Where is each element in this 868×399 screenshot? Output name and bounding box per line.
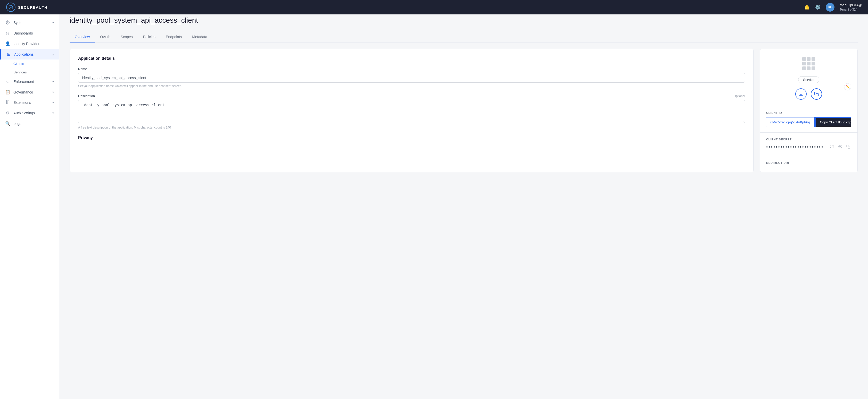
topbar-right: 🔔 ⚙️ RB rbabu+pi314@ Tenant pi314 [804,3,862,12]
sidebar-label-identity-providers: Identity Providers [13,42,41,46]
sidebar-item-identity-providers[interactable]: 👤 Identity Providers [0,38,59,49]
copy-secret-button[interactable] [845,143,851,151]
enforcement-icon: 🛡 [5,79,10,84]
sidebar-label-governance: Governance [13,90,33,94]
tabs-bar: Overview OAuth Scopes Policies Endpoints… [70,32,858,42]
sidebar-sub-item-clients[interactable]: Clients [13,60,59,68]
privacy-section-title: Privacy [78,135,745,140]
icon-dot [811,57,815,61]
sidebar-item-dashboards[interactable]: ◎ Dashboards [0,28,59,38]
icon-actions [795,88,822,100]
client-secret-value: •••••••••••••••••••••••• [766,144,827,150]
tab-endpoints[interactable]: Endpoints [161,32,187,42]
card-title: Application details [78,56,745,61]
app-details-card: Application details Name Set your applic… [70,49,753,172]
client-secret-label: CLIENT SECRET [766,138,851,141]
applications-icon: ⊞ [6,52,11,57]
name-field-group: Name Set your application name which wil… [78,67,745,88]
sidebar-item-applications[interactable]: ⊞ Applications ▴ [0,49,59,60]
settings-icon[interactable]: ⚙️ [815,4,820,10]
icon-dot [811,62,815,65]
avatar[interactable]: RB [826,3,835,11]
icon-dot [807,66,810,70]
sidebar-label-auth-settings: Auth Settings [13,111,35,115]
sidebar: ⏻ System ▾ ◎ Dashboards 👤 Identity Provi… [0,14,59,180]
description-label: Description Optional [78,94,745,98]
app-icon-grid [802,57,815,70]
client-secret-section: CLIENT SECRET •••••••••••••••••••••••• [760,133,858,156]
secret-row: •••••••••••••••••••••••• [766,143,851,151]
chevron-up-icon: ▴ [52,53,54,56]
auth-settings-icon: ⚙ [5,110,10,115]
description-hint: A free text description of the applicati… [78,126,745,129]
chevron-down-icon-extensions: ▾ [52,101,54,104]
client-id-section: CLIENT ID cb6c5fajcpq5idv0ph6g Copy Clie… [760,106,858,133]
regenerate-secret-button[interactable] [829,143,835,151]
extensions-icon: 🗄 [5,100,10,105]
chevron-down-icon: ▾ [52,21,54,25]
show-secret-button[interactable] [837,143,843,151]
sidebar-sub-applications: Clients Services [0,60,59,76]
service-badge: Service [798,76,819,83]
name-hint: Set your application name which will app… [78,84,745,88]
chevron-down-icon-auth: ▾ [52,111,54,115]
secret-actions [829,143,851,151]
svg-point-3 [840,146,841,147]
sidebar-label-enforcement: Enforcement [13,79,34,84]
svg-rect-4 [848,146,850,148]
download-button[interactable] [795,88,807,100]
description-textarea[interactable]: identity_pool_system_api_access_client [78,100,745,123]
tab-metadata[interactable]: Metadata [187,32,212,42]
dashboard-icon: ◎ [5,31,10,36]
username: rbabu+pi314@ [840,3,862,7]
icon-dot [802,66,806,70]
tab-oauth[interactable]: OAuth [95,32,116,42]
tab-scopes[interactable]: Scopes [116,32,138,42]
sidebar-label-dashboards: Dashboards [13,31,33,35]
notification-icon[interactable]: 🔔 [804,4,810,10]
icon-dot [802,57,806,61]
description-field-group: Description Optional identity_pool_syste… [78,94,745,129]
tab-policies[interactable]: Policies [138,32,161,42]
right-panel: ✏️ Service [760,49,858,172]
sidebar-item-system[interactable]: ⏻ System ▾ [0,18,59,28]
svg-rect-1 [816,94,818,96]
sidebar-label-logs: Logs [13,122,21,126]
name-label: Name [78,67,745,71]
sidebar-sub-item-services[interactable]: Services [13,68,59,76]
governance-icon: 📋 [5,90,10,95]
copy-client-id-button[interactable]: Copy Client ID to clipboard [816,118,851,127]
sidebar-item-governance[interactable]: 📋 Governance ▾ [0,87,59,97]
client-id-value: cb6c5fajcpq5idv0ph6g [766,118,814,127]
logo: SECUREAUTH [6,3,48,12]
name-input[interactable] [78,73,745,83]
sidebar-item-logs[interactable]: 🔍 Logs [0,118,59,129]
sidebar-label-system: System [13,21,26,25]
redirect-uri-section: REDIRECT URI [760,156,858,172]
icon-dot [807,57,810,61]
sidebar-label-extensions: Extensions [13,100,31,105]
sidebar-item-auth-settings[interactable]: ⚙ Auth Settings ▾ [0,108,59,118]
sidebar-item-extensions[interactable]: 🗄 Extensions ▾ [0,97,59,108]
user-info: rbabu+pi314@ Tenant pi314 [840,3,862,12]
sidebar-item-enforcement[interactable]: 🛡 Enforcement ▾ [0,76,59,87]
icon-dot [802,62,806,65]
topbar: SECUREAUTH 🔔 ⚙️ RB rbabu+pi314@ Tenant p… [0,0,868,14]
sidebar-label-applications: Applications [14,52,34,57]
chevron-down-icon-enforcement: ▾ [52,80,54,84]
logs-icon: 🔍 [5,121,10,126]
tenant-label: Tenant pi314 [840,7,862,12]
client-id-label: CLIENT ID [766,111,851,114]
logo-icon [6,3,16,12]
optional-label: Optional [734,94,745,98]
right-card: ✏️ Service [760,49,858,172]
icon-dot [807,62,810,65]
app-icon-section: ✏️ Service [760,49,858,106]
page-title: identity_pool_system_api_access_client [70,16,858,25]
copy-icon-button[interactable] [811,88,822,100]
tab-overview[interactable]: Overview [70,32,95,42]
redirect-uri-label: REDIRECT URI [766,161,851,164]
edit-icon-button[interactable]: ✏️ [844,83,851,91]
logo-text: SECUREAUTH [18,5,48,9]
client-id-row: cb6c5fajcpq5idv0ph6g Copy Client ID to c… [766,117,851,127]
